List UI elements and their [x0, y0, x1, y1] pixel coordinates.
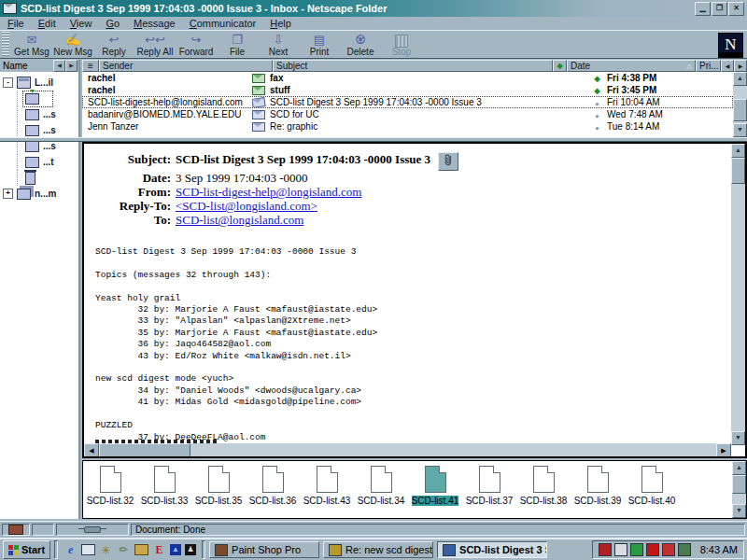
- close-button[interactable]: ✕: [728, 2, 744, 16]
- columns-scroll-right-icon[interactable]: ▶: [734, 60, 747, 72]
- thread-list-scrollbar[interactable]: ▲ ▼: [733, 72, 747, 137]
- next-button[interactable]: ⇩Next: [258, 31, 299, 58]
- scroll-up-icon[interactable]: ▲: [731, 144, 745, 158]
- printer-icon[interactable]: [678, 543, 691, 556]
- task-button[interactable]: SCD-list Digest 3 S...: [437, 541, 547, 558]
- expand-icon[interactable]: +: [3, 189, 13, 199]
- sidebar-item-unsent[interactable]: ...s: [17, 106, 78, 122]
- toolbar-grip[interactable]: [2, 32, 9, 57]
- menu-help[interactable]: Help: [270, 18, 291, 29]
- sidebar-item-drafts[interactable]: ...s: [17, 122, 78, 138]
- table-row[interactable]: rachelstuff◆Fri 3:45 PM: [82, 84, 733, 96]
- new-msg-button[interactable]: ✍New Msg: [52, 31, 93, 58]
- priority-column-header[interactable]: Pri...: [696, 60, 721, 72]
- online-plug-icon[interactable]: [84, 526, 101, 533]
- pointer-settings-icon[interactable]: [614, 543, 627, 556]
- sidebar-item-local-mail[interactable]: -L...il: [0, 75, 78, 91]
- menu-communicator[interactable]: Communicator: [190, 18, 257, 29]
- scheduler-clock-icon[interactable]: [662, 543, 675, 556]
- start-button[interactable]: Start: [3, 540, 50, 559]
- attachment-item[interactable]: SCD-list.36: [246, 466, 300, 506]
- folder-pane-header[interactable]: Name ◀ ▶: [0, 60, 78, 72]
- netscape-logo[interactable]: N: [718, 33, 743, 58]
- table-row[interactable]: SCD-list-digest-help@longisland.comSCD-l…: [82, 96, 733, 108]
- antivirus-shield-icon[interactable]: [599, 543, 612, 556]
- menu-edit[interactable]: Edit: [38, 18, 56, 29]
- paint-brush-icon[interactable]: ✏: [117, 543, 131, 557]
- scroll-up-icon[interactable]: ▲: [732, 461, 746, 475]
- mailbox-icon[interactable]: [8, 525, 23, 535]
- forward-button[interactable]: ↪Forward: [176, 31, 217, 58]
- task-button[interactable]: Paint Shop Pro: [209, 541, 319, 558]
- attachment-item[interactable]: SCD-list.32: [83, 466, 137, 506]
- task-button[interactable]: Re: new scd digest mod...: [323, 541, 433, 558]
- column-right-arrow-icon[interactable]: ▶: [65, 60, 78, 72]
- scroll-down-icon[interactable]: ▼: [732, 504, 746, 518]
- scroll-left-icon[interactable]: ◀: [84, 443, 99, 458]
- header-link[interactable]: SCD-list@longisland.com: [176, 213, 303, 227]
- unread-column-header[interactable]: ◆: [553, 60, 567, 72]
- menu-file[interactable]: File: [7, 18, 24, 29]
- sidebar-item-trash[interactable]: [17, 170, 78, 186]
- scroll-up-icon[interactable]: ▲: [733, 72, 747, 86]
- scroll-down-icon[interactable]: ▼: [731, 431, 745, 445]
- folder-icon[interactable]: [134, 544, 148, 555]
- internet-explorer-icon[interactable]: e: [63, 543, 78, 557]
- attachment-item[interactable]: SCD-list.39: [571, 466, 625, 506]
- column-left-arrow-icon[interactable]: ◀: [53, 60, 65, 72]
- scroll-right-icon[interactable]: ▶: [716, 443, 731, 458]
- attachment-item[interactable]: SCD-list.43: [300, 466, 354, 506]
- red-e-icon[interactable]: E: [152, 543, 166, 557]
- date-column-header[interactable]: Date△: [567, 60, 696, 72]
- mail-icon[interactable]: [81, 544, 95, 555]
- dark-app-icon[interactable]: ♟: [185, 544, 196, 555]
- reply-all-button[interactable]: ↩↩Reply All: [134, 31, 176, 58]
- attachment-paperclip-button[interactable]: [438, 152, 458, 171]
- scrollbar-thumb[interactable]: [731, 158, 745, 184]
- header-link[interactable]: <SCD-list@longisland.com>: [176, 199, 317, 213]
- component-bar-cell[interactable]: [2, 524, 30, 536]
- message-scrollbar-horizontal[interactable]: ◀ ▶: [84, 443, 731, 456]
- subject-column-header[interactable]: Subject: [273, 60, 553, 72]
- header-link[interactable]: SCD-list-digest-help@longisland.com: [176, 185, 361, 199]
- delete-button[interactable]: ♼Delete: [340, 31, 381, 58]
- name-column-header[interactable]: Name: [1, 61, 53, 71]
- menu-view[interactable]: View: [70, 18, 92, 29]
- scroll-down-icon[interactable]: ▼: [733, 123, 747, 137]
- attachment-item[interactable]: SCD-list.34: [354, 466, 408, 506]
- attachment-item[interactable]: SCD-list.37: [462, 466, 516, 506]
- sidebar-item-news[interactable]: +n...m: [0, 186, 78, 202]
- netscape-star-icon[interactable]: ✳: [99, 543, 113, 557]
- attachment-item[interactable]: SCD-list.33: [137, 466, 191, 506]
- columns-scroll-left-icon[interactable]: ◀: [721, 60, 734, 72]
- table-row[interactable]: Jenn TanzerRe: graphic◆Tue 8:14 AM: [82, 120, 733, 133]
- attachment-item[interactable]: SCD-list.41: [408, 466, 462, 506]
- attachment-item[interactable]: SCD-list.35: [191, 466, 246, 506]
- file-button[interactable]: ❐File: [217, 31, 258, 58]
- taskbar-clock[interactable]: 8:43 AM: [700, 544, 738, 555]
- collapse-icon[interactable]: -: [3, 77, 13, 88]
- reply-button[interactable]: ↩Reply: [93, 31, 134, 58]
- menu-go[interactable]: Go: [106, 18, 120, 29]
- restore-button[interactable]: ❐: [712, 2, 727, 16]
- scrollbar-thumb[interactable]: [99, 443, 190, 458]
- attachment-scrollbar[interactable]: ▲ ▼: [732, 461, 746, 518]
- get-msg-button[interactable]: ✉Get Msg: [11, 31, 52, 58]
- thread-column-header[interactable]: ≡: [82, 60, 99, 72]
- sidebar-item-sent[interactable]: ...t: [17, 154, 78, 170]
- table-row[interactable]: badanirv@BIOMED.MED.YALE.EDUSCD for UC◆W…: [82, 108, 733, 120]
- sender-column-header[interactable]: Sender: [99, 60, 273, 72]
- online-status-cell[interactable]: [56, 524, 129, 536]
- print-button[interactable]: ▤Print: [299, 31, 340, 58]
- ati-display-icon[interactable]: [646, 543, 659, 556]
- minimize-button[interactable]: ▁: [695, 2, 711, 16]
- display-settings-icon[interactable]: [630, 543, 643, 556]
- attachment-item[interactable]: SCD-list.40: [625, 466, 679, 506]
- sidebar-item-inbox[interactable]: [17, 91, 78, 106]
- table-row[interactable]: rachelfax◆Fri 4:38 PM: [82, 72, 733, 84]
- blue-a-icon[interactable]: ▲: [170, 544, 181, 555]
- scrollbar-thumb[interactable]: [732, 475, 746, 494]
- message-scrollbar-vertical[interactable]: ▲ ▼: [731, 144, 745, 445]
- scrollbar-thumb[interactable]: [733, 99, 747, 121]
- attachment-item[interactable]: SCD-list.38: [516, 466, 571, 506]
